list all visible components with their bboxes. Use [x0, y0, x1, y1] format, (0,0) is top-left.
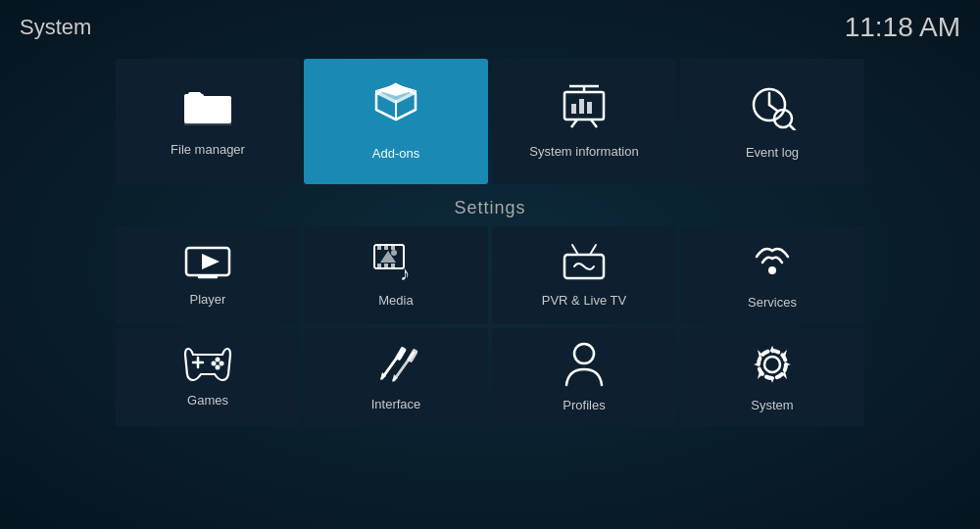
svg-marker-29 — [202, 254, 220, 269]
settings-title: Settings — [0, 198, 980, 218]
svg-point-50 — [220, 361, 224, 366]
system-information-icon — [560, 84, 609, 136]
tile-add-ons-label: Add-ons — [372, 146, 419, 161]
services-icon — [751, 241, 794, 289]
svg-rect-18 — [571, 104, 576, 114]
settings-section: Settings Player — [0, 198, 980, 426]
svg-line-12 — [376, 110, 396, 120]
tile-event-log-label: Event log — [746, 145, 799, 160]
settings-tile-player[interactable]: Player — [116, 226, 300, 324]
svg-line-13 — [396, 110, 416, 120]
svg-rect-37 — [391, 264, 395, 268]
settings-row-1: Player — [20, 226, 960, 324]
tile-system-information[interactable]: System information — [492, 59, 676, 184]
media-icon: ♪ — [372, 243, 419, 287]
settings-grid: Player — [0, 226, 980, 426]
svg-point-57 — [574, 344, 594, 363]
svg-rect-53 — [395, 346, 407, 361]
svg-point-48 — [216, 365, 220, 370]
settings-tile-profiles-label: Profiles — [563, 398, 605, 412]
settings-tile-interface-label: Interface — [371, 397, 421, 411]
svg-point-39 — [391, 250, 397, 256]
pvr-icon — [561, 243, 608, 287]
system-icon — [750, 342, 795, 392]
app-title: System — [20, 15, 91, 40]
add-ons-icon — [371, 82, 420, 138]
svg-line-25 — [769, 105, 777, 111]
tile-add-ons[interactable]: Add-ons — [304, 59, 488, 184]
app-header: System 11:18 AM — [0, 0, 980, 55]
svg-rect-33 — [384, 245, 388, 250]
interface-icon — [374, 343, 417, 391]
settings-tile-pvr[interactable]: PVR & Live TV — [492, 226, 676, 324]
settings-tile-games-label: Games — [187, 393, 228, 408]
svg-rect-19 — [579, 99, 584, 114]
settings-tile-system-label: System — [751, 398, 793, 412]
tile-system-information-label: System information — [529, 144, 638, 159]
svg-rect-35 — [377, 264, 381, 268]
tile-event-log[interactable]: Event log — [680, 59, 864, 184]
profiles-icon — [564, 342, 604, 392]
svg-point-49 — [212, 361, 217, 366]
svg-rect-32 — [377, 245, 381, 250]
games-icon — [183, 347, 232, 387]
settings-tile-media-label: Media — [378, 293, 413, 308]
tile-file-manager-label: File manager — [171, 142, 245, 157]
settings-row-2: Games Interface — [20, 328, 960, 426]
settings-tile-services[interactable]: Services — [680, 226, 864, 324]
svg-point-47 — [216, 358, 220, 362]
settings-tile-media[interactable]: ♪ Media — [304, 226, 488, 324]
svg-rect-56 — [407, 348, 417, 362]
svg-point-44 — [768, 266, 776, 274]
top-tiles-row: File manager Add-ons — [0, 59, 980, 184]
svg-point-58 — [764, 357, 780, 372]
svg-text:♪: ♪ — [400, 263, 410, 282]
svg-rect-36 — [384, 264, 388, 268]
settings-tile-player-label: Player — [190, 292, 226, 307]
settings-tile-services-label: Services — [748, 295, 797, 310]
svg-line-43 — [590, 245, 596, 255]
svg-line-27 — [790, 125, 795, 130]
file-manager-icon — [182, 86, 233, 134]
settings-tile-games[interactable]: Games — [116, 328, 300, 426]
settings-tile-pvr-label: PVR & Live TV — [542, 293, 626, 308]
settings-tile-system[interactable]: System — [680, 328, 864, 426]
svg-line-42 — [572, 245, 578, 255]
settings-tile-profiles[interactable]: Profiles — [492, 328, 676, 426]
tile-file-manager[interactable]: File manager — [116, 59, 300, 184]
event-log-icon — [748, 83, 797, 137]
svg-rect-34 — [391, 245, 395, 250]
svg-point-59 — [759, 351, 786, 378]
clock: 11:18 AM — [845, 12, 960, 43]
svg-rect-20 — [587, 102, 592, 114]
settings-tile-interface[interactable]: Interface — [304, 328, 488, 426]
player-icon — [184, 244, 231, 286]
